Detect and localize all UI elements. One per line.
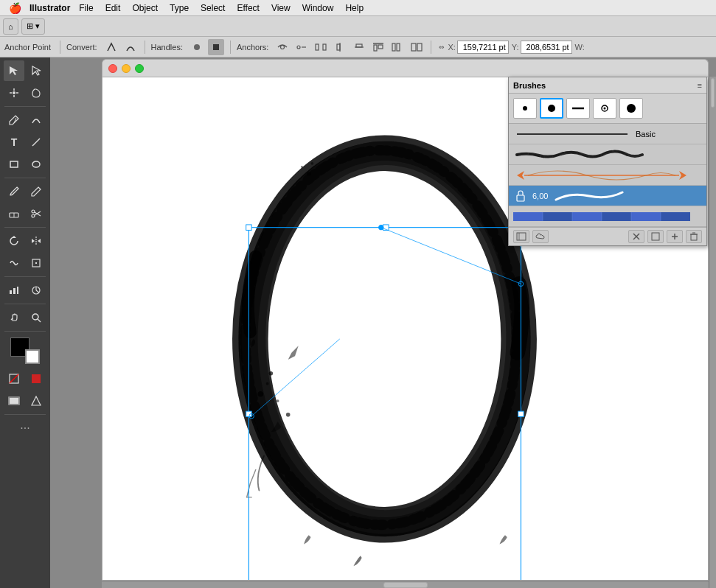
y-coord-field: Y: [512,41,572,54]
preset-dot-medium[interactable] [540,98,563,119]
brush-calligraphic-6[interactable]: 6,00 [509,186,706,206]
handle-square-btn[interactable] [208,39,224,55]
x-input[interactable] [457,41,509,54]
curvature-tool[interactable] [26,110,46,130]
svg-line-45 [38,319,41,322]
svg-rect-79 [543,212,572,221]
scrollbar-thumb[interactable] [711,78,715,108]
brushes-title-bar: Brushes ≡ [509,77,706,94]
scissors-tool[interactable] [26,203,46,224]
anchors-label: Anchors: [237,43,268,52]
handle-mr [518,411,524,416]
libraries-btn[interactable] [513,230,529,243]
menu-file[interactable]: File [73,1,99,15]
svg-rect-5 [316,44,319,50]
trash-btn[interactable] [686,230,702,243]
h-scrollbar-thumb[interactable] [383,582,428,588]
menu-type[interactable]: Type [164,1,195,15]
distribute-btn[interactable] [389,39,406,55]
scale-btn[interactable] [409,39,425,55]
type-tool[interactable]: T [4,132,24,153]
direct-selection-tool[interactable] [26,60,46,81]
zoom-tool[interactable] [26,307,46,328]
rectangle-tool[interactable] [4,154,24,175]
new-brush-btn[interactable] [667,230,683,243]
align-v-btn[interactable] [332,39,348,55]
tool-sep-6 [4,331,46,332]
screen-mode-btn[interactable] [4,391,24,411]
pie-chart-tool[interactable] [26,280,46,301]
draw-mode-btn[interactable] [26,391,46,411]
workspace-button[interactable]: ⊞ ▾ [21,18,45,35]
menu-object[interactable]: Object [126,1,164,15]
more-tools-btn[interactable]: ··· [15,418,35,438]
horizontal-scrollbar[interactable] [102,581,709,588]
tool-sep-4 [4,276,46,277]
delete-brush-btn[interactable] [628,230,644,243]
stroke-swatch[interactable] [25,349,40,364]
anchor-add-btn[interactable] [274,39,291,55]
x-arrows[interactable]: ⇔ [437,39,446,55]
none-swatch[interactable] [4,368,24,389]
menu-help[interactable]: Help [339,1,369,15]
line-segment-tool[interactable] [26,132,46,153]
brush-arrow-preview [513,168,702,183]
magic-wand-tool[interactable] [4,83,24,103]
svg-rect-8 [337,44,340,50]
main-area: T [0,57,716,588]
align-top-btn[interactable] [370,39,386,55]
window-close-btn[interactable] [108,64,117,73]
cloud-library-btn[interactable] [532,230,549,243]
brush-texture-1[interactable] [509,144,706,165]
brushes-presets [509,94,706,124]
rotate-tool[interactable] [4,231,24,251]
preset-dash[interactable] [566,98,590,119]
brush-texture-preview [513,147,702,162]
color-swatches[interactable] [10,337,40,364]
align-h-btn[interactable] [351,39,367,55]
new-brush-library-btn[interactable] [647,230,664,243]
window-minimize-btn[interactable] [122,64,131,73]
column-graph-tool[interactable] [4,280,24,301]
menu-window[interactable]: Window [296,1,340,15]
home-button[interactable]: ⌂ [3,18,18,35]
convert-smooth-btn[interactable] [122,39,139,55]
red-square[interactable] [26,368,46,389]
brush-basic-preview [513,127,631,141]
brushes-panel-menu-btn[interactable]: ≡ [698,81,702,90]
anchor-remove-btn[interactable] [293,39,310,55]
free-transform-tool[interactable] [26,253,46,273]
preset-dot-small[interactable] [513,98,537,119]
warp-tool[interactable] [4,253,24,273]
pen-tool[interactable] [4,110,24,130]
brush-arrow[interactable] [509,165,706,186]
menu-view[interactable]: View [265,1,296,15]
convert-corner-btn[interactable] [103,39,119,55]
svg-rect-39 [17,287,18,294]
preset-dot-outline[interactable] [593,98,616,119]
separator-4 [431,41,431,54]
distribute-h-btn[interactable] [313,39,329,55]
menu-effect[interactable]: Effect [231,1,265,15]
eraser-tool[interactable] [4,203,24,224]
brush-pattern[interactable] [509,206,706,227]
hand-tool[interactable] [4,307,24,328]
svg-rect-80 [572,212,602,221]
canvas-area[interactable]: Brushes ≡ [50,57,716,588]
lasso-tool[interactable] [26,83,46,103]
window-maximize-btn[interactable] [135,64,144,73]
apple-menu[interactable]: 🍎 [0,2,29,14]
ellipse-tool[interactable] [26,154,46,175]
brush-basic[interactable]: Basic [509,124,706,144]
y-input[interactable] [521,41,572,54]
menu-edit[interactable]: Edit [100,1,127,15]
preset-dot-large[interactable] [619,98,643,119]
vertical-scrollbar[interactable] [709,77,716,588]
top-toolbar: ⌂ ⊞ ▾ [0,16,716,37]
reflect-tool[interactable] [26,231,46,251]
selection-tool[interactable] [4,60,24,81]
menu-select[interactable]: Select [195,1,231,15]
paintbrush-tool[interactable] [4,181,24,202]
pencil-tool[interactable] [26,181,46,202]
handle-circle-btn[interactable] [189,39,205,55]
